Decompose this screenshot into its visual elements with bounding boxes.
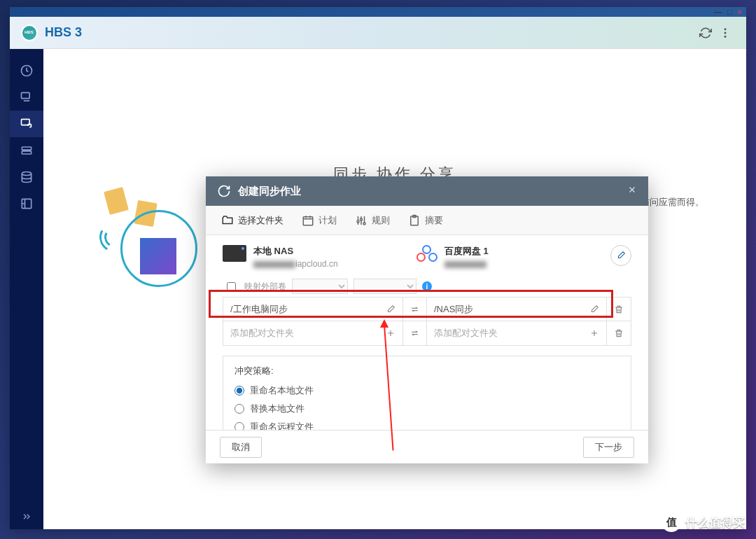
window-titlebar: — □ × — [10, 7, 746, 17]
clipboard-icon — [408, 214, 421, 227]
add-local-pair[interactable]: 添加配对文件夹 — [223, 321, 403, 345]
calendar-icon — [302, 214, 314, 227]
background-graphic — [85, 189, 211, 287]
step-summary[interactable]: 摘要 — [401, 206, 450, 234]
sidebar-item-services[interactable] — [10, 137, 43, 164]
policy-rename-remote[interactable]: 重命名远程文件 — [234, 421, 620, 430]
dialog-title: 创建同步作业 — [238, 185, 627, 198]
svg-point-11 — [357, 220, 359, 223]
close-button[interactable]: × — [738, 8, 742, 16]
pair-local-path[interactable]: /工作电脑同步 — [223, 298, 403, 321]
app-title: HBS 3 — [45, 25, 696, 40]
plus-icon — [386, 328, 396, 338]
sidebar-collapse-button[interactable] — [10, 504, 43, 529]
map-external-label: 映射外部卷 — [244, 281, 286, 293]
dialog-footer: 取消 下一步 — [206, 430, 648, 463]
watermark-text: 什么值得买 — [685, 514, 745, 531]
two-way-icon — [410, 304, 419, 314]
trash-icon — [614, 328, 624, 338]
sliders-icon — [355, 214, 368, 227]
edit-endpoints-button[interactable] — [610, 245, 631, 266]
nas-icon — [223, 245, 246, 262]
content-area: 同步 协作 分享 据访问应需而得。 创建同步作业 — [43, 49, 746, 529]
map-select-2[interactable] — [354, 279, 416, 294]
refresh-button[interactable] — [696, 23, 715, 43]
step-select-folder[interactable]: 选择文件夹 — [214, 206, 290, 234]
folder-pair-table: /工作电脑同步 /NAS同步 — [223, 297, 631, 346]
dialog-header: 创建同步作业 — [206, 176, 648, 206]
svg-point-12 — [360, 218, 363, 220]
sidebar-item-overview[interactable] — [10, 57, 43, 84]
endpoints-row: 本地 NAS iapcloud.cn 百度网盘 1 — [223, 245, 631, 269]
policy-title: 冲突策略: — [234, 365, 620, 377]
svg-point-0 — [724, 28, 727, 30]
edit-icon[interactable] — [589, 304, 599, 314]
svg-rect-10 — [303, 216, 313, 225]
info-icon[interactable]: i — [422, 281, 432, 291]
sidebar-item-sync[interactable] — [10, 111, 43, 137]
sidebar — [10, 49, 43, 529]
maximize-button[interactable]: □ — [727, 8, 732, 16]
conflict-policy-panel: 冲突策略: 重命名本地文件 替换本地文件 重命名远程文件 替换远程文件 — [223, 356, 631, 430]
policy-rename-local[interactable]: 重命名本地文件 — [234, 384, 620, 397]
remote-endpoint-name: 百度网盘 1 — [444, 245, 489, 258]
remote-endpoint: 百度网盘 1 — [416, 245, 582, 269]
svg-rect-7 — [22, 151, 31, 154]
pair-remote-path[interactable]: /NAS同步 — [427, 298, 607, 321]
pair-delete-button[interactable] — [607, 298, 631, 321]
local-endpoint-name: 本地 NAS — [253, 245, 338, 258]
sidebar-item-report[interactable] — [10, 190, 43, 217]
app-window: — □ × HBS 3 同步 协作 分享 据访问应需而得。 — [10, 7, 746, 529]
two-way-icon — [410, 328, 419, 338]
baidu-icon — [416, 245, 438, 262]
svg-point-8 — [22, 172, 31, 176]
svg-rect-4 — [22, 92, 30, 98]
local-endpoint: 本地 NAS iapcloud.cn — [223, 245, 388, 269]
cancel-button[interactable]: 取消 — [220, 437, 262, 458]
svg-point-2 — [724, 35, 727, 37]
app-header: HBS 3 — [10, 17, 746, 49]
svg-point-13 — [363, 223, 365, 225]
trash-icon — [614, 304, 624, 314]
dialog-close-button[interactable] — [627, 185, 637, 197]
svg-point-1 — [724, 31, 727, 34]
map-external-checkbox[interactable] — [227, 282, 236, 291]
local-endpoint-sub: iapcloud.cn — [253, 259, 338, 269]
step-schedule[interactable]: 计划 — [295, 206, 344, 234]
create-sync-job-dialog: 创建同步作业 选择文件夹 计划 — [206, 176, 648, 463]
sync-icon — [217, 184, 231, 198]
minimize-button[interactable]: — — [714, 8, 722, 16]
watermark: 值 什么值得买 — [662, 512, 745, 532]
pair-row-1: /工作电脑同步 /NAS同步 — [223, 298, 631, 321]
dialog-body: 本地 NAS iapcloud.cn 百度网盘 1 — [206, 235, 648, 430]
sidebar-item-storage[interactable] — [10, 164, 43, 190]
sidebar-item-backup[interactable] — [10, 84, 43, 111]
step-rules[interactable]: 规则 — [348, 206, 397, 234]
svg-rect-6 — [22, 147, 31, 150]
watermark-badge: 值 — [662, 512, 681, 532]
edit-icon[interactable] — [386, 304, 396, 314]
pair-sync-direction-add — [403, 321, 427, 345]
remote-endpoint-sub — [444, 259, 489, 269]
map-select-1[interactable] — [292, 279, 348, 294]
next-button[interactable]: 下一步 — [583, 437, 634, 458]
plus-icon — [589, 328, 599, 338]
body-area: 同步 协作 分享 据访问应需而得。 创建同步作业 — [10, 49, 746, 529]
policy-replace-local[interactable]: 替换本地文件 — [234, 402, 620, 415]
wizard-steps: 选择文件夹 计划 规则 摘要 — [206, 206, 648, 235]
pair-row-add: 添加配对文件夹 添加配对文件夹 — [223, 321, 631, 345]
folder-icon — [221, 214, 234, 227]
pair-sync-direction[interactable] — [403, 298, 427, 321]
more-button[interactable] — [715, 23, 735, 43]
add-remote-pair[interactable]: 添加配对文件夹 — [427, 321, 607, 345]
pair-delete-disabled — [607, 321, 631, 345]
mapping-row: 映射外部卷 i — [223, 279, 631, 294]
app-logo-icon — [21, 24, 38, 41]
